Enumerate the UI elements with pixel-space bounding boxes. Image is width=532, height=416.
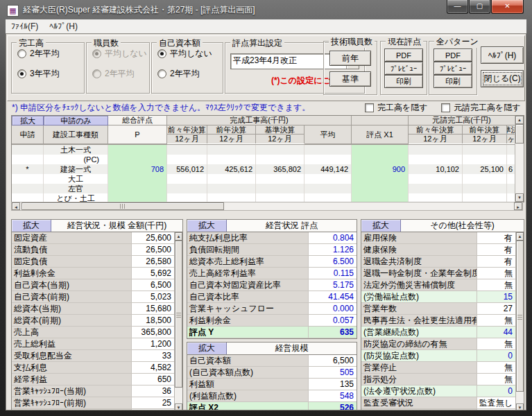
scrollbar-thumb[interactable] xyxy=(22,202,224,210)
cell-prime-base[interactable] xyxy=(507,155,515,164)
row-value[interactable]: 無 xyxy=(477,338,515,350)
row-value[interactable]: 4,582 xyxy=(131,362,174,374)
row-value[interactable]: 15 xyxy=(477,291,515,303)
table-vertical-scrollbar[interactable]: ▲ ▼ xyxy=(515,116,524,202)
cell-p-score[interactable]: 708 xyxy=(108,164,167,174)
row-value[interactable]: 0 xyxy=(477,409,515,410)
cell-x1-score[interactable] xyxy=(352,174,409,184)
row-value[interactable]: 0 xyxy=(477,350,515,362)
cell-prime-y1ago[interactable] xyxy=(463,155,507,164)
cell-prime-base[interactable] xyxy=(507,184,515,193)
checkbox-icon[interactable] xyxy=(365,103,374,112)
scroll-down-icon[interactable]: ▼ xyxy=(515,193,524,202)
cell-x1-score[interactable] xyxy=(352,193,409,202)
row-value[interactable]: 0.000 xyxy=(308,303,357,315)
radio-no-average[interactable]: 平均しない xyxy=(157,48,218,60)
cell-x1-score[interactable] xyxy=(352,184,409,193)
row-value[interactable]: 41.454 xyxy=(308,291,357,303)
row-value[interactable]: 18,500 xyxy=(131,315,174,327)
cell-apply-flag[interactable] xyxy=(12,174,44,184)
hide-prime-checkbox[interactable]: 元請完工高を隠す xyxy=(441,102,521,114)
current-preview-button[interactable]: ﾌﾟﾚﾋﾞｭｰ xyxy=(384,62,423,75)
row-value[interactable]: 0 xyxy=(477,385,515,397)
minimize-button[interactable]: — xyxy=(447,0,468,14)
row-value[interactable]: 有 xyxy=(477,232,515,244)
cell-prime-y1ago[interactable] xyxy=(463,193,507,202)
row-value[interactable]: 548 xyxy=(308,390,357,402)
cell-completed-y2ago[interactable] xyxy=(167,145,207,155)
all-preview-button[interactable]: ﾌﾟﾚﾋﾞｭｰ xyxy=(434,62,472,75)
help-button[interactable]: ﾍﾙﾌﾟ(H) xyxy=(481,46,524,64)
cell-x1-score[interactable] xyxy=(352,155,409,164)
standard-button[interactable]: 基準 xyxy=(329,71,371,87)
cell-prime-y2ago[interactable] xyxy=(409,145,463,155)
cell-completed-y1ago[interactable] xyxy=(207,155,256,164)
row-value[interactable]: 26,580 xyxy=(131,256,174,268)
row-value[interactable]: 650 xyxy=(131,374,174,385)
row-value[interactable]: 5,692 xyxy=(131,268,174,279)
scroll-down-icon[interactable]: ▼ xyxy=(516,404,524,410)
cell-prime-y1ago[interactable]: 25,100 xyxy=(463,164,507,174)
current-print-button[interactable]: 印刷 xyxy=(384,75,423,88)
radio-2year-average[interactable]: 2年平均 xyxy=(157,68,218,80)
maximize-button[interactable]: ▢ xyxy=(469,0,490,14)
row-value[interactable]: 36 xyxy=(131,385,174,397)
cell-apply-flag[interactable] xyxy=(12,145,44,155)
table-horizontal-scrollbar[interactable]: ◂ ▸ xyxy=(11,202,523,211)
previous-year-button[interactable]: 前年 xyxy=(329,51,371,66)
cell-x1-score[interactable]: 900 xyxy=(352,164,409,174)
row-value[interactable]: 120 xyxy=(131,409,174,410)
cell-prime-y2ago[interactable]: 10,102 xyxy=(409,164,463,174)
expand-button[interactable]: 拡大 xyxy=(187,220,227,232)
cell-apply-flag[interactable] xyxy=(12,184,44,193)
scroll-up-icon[interactable]: ▲ xyxy=(516,232,524,241)
row-value[interactable]: 監査無し xyxy=(477,397,515,409)
radio-2year-average[interactable]: 2年平均 xyxy=(17,48,79,60)
cell-completed-y2ago[interactable]: 556,012 xyxy=(167,164,207,174)
all-pdf-button[interactable]: PDF xyxy=(434,49,472,62)
row-value[interactable]: 25 xyxy=(131,397,174,409)
row-value[interactable]: 6.500 xyxy=(308,256,357,268)
cell-prime-base[interactable] xyxy=(507,145,515,155)
cell-prime-y2ago[interactable] xyxy=(409,184,463,193)
scroll-right-icon[interactable]: ▸ xyxy=(514,202,522,210)
scroll-up-icon[interactable]: ▲ xyxy=(515,116,524,124)
cell-completed-base[interactable]: 365,802 xyxy=(256,164,304,174)
cell-apply-flag[interactable] xyxy=(12,155,44,164)
table-row[interactable]: 左官 xyxy=(12,184,515,193)
cell-x1-score[interactable] xyxy=(352,145,409,155)
row-value[interactable]: 25,600 xyxy=(131,232,174,244)
cell-prime-y1ago[interactable] xyxy=(463,174,507,184)
row-value[interactable]: 27 xyxy=(477,303,515,315)
table-row[interactable]: 土木一式 xyxy=(12,145,515,155)
cell-p-score[interactable] xyxy=(108,174,167,184)
cell-completed-base[interactable] xyxy=(256,155,304,164)
row-value[interactable]: 135 xyxy=(308,379,357,390)
cell-apply-flag[interactable] xyxy=(12,193,44,202)
scrollbar-thumb[interactable] xyxy=(516,241,524,392)
cell-prime-y2ago[interactable] xyxy=(409,193,463,202)
row-value[interactable]: 無 xyxy=(477,315,515,327)
cell-p-score[interactable] xyxy=(108,155,167,164)
cell-completed-base[interactable] xyxy=(256,174,304,184)
menu-help[interactable]: ﾍﾙﾌﾟ(H) xyxy=(44,20,83,33)
row-value[interactable]: 0.057 xyxy=(308,315,357,327)
row-value[interactable]: 1,200 xyxy=(131,338,174,350)
row-value[interactable]: 505 xyxy=(308,367,357,379)
row-value[interactable]: 無 xyxy=(477,374,515,385)
row-value[interactable]: 44 xyxy=(477,327,515,338)
checkbox-icon[interactable] xyxy=(441,103,450,112)
row-value[interactable]: 5.175 xyxy=(308,279,357,291)
row-value[interactable]: 15,680 xyxy=(131,303,174,315)
cell-prime-y2ago[interactable] xyxy=(409,174,463,184)
scrollbar-thumb[interactable] xyxy=(175,241,182,388)
cell-p-score[interactable] xyxy=(108,193,167,202)
cell-completed-y2ago[interactable] xyxy=(167,193,207,202)
cell-apply-flag[interactable]: * xyxy=(12,164,44,174)
scrollbar-thumb[interactable] xyxy=(515,124,524,144)
cell-prime-base[interactable] xyxy=(507,193,515,202)
row-value[interactable]: 5,023 xyxy=(131,291,174,303)
cell-completed-base[interactable] xyxy=(256,184,304,193)
scroll-left-icon[interactable]: ◂ xyxy=(12,202,20,210)
close-button[interactable]: 閉じる(C) xyxy=(481,70,524,87)
